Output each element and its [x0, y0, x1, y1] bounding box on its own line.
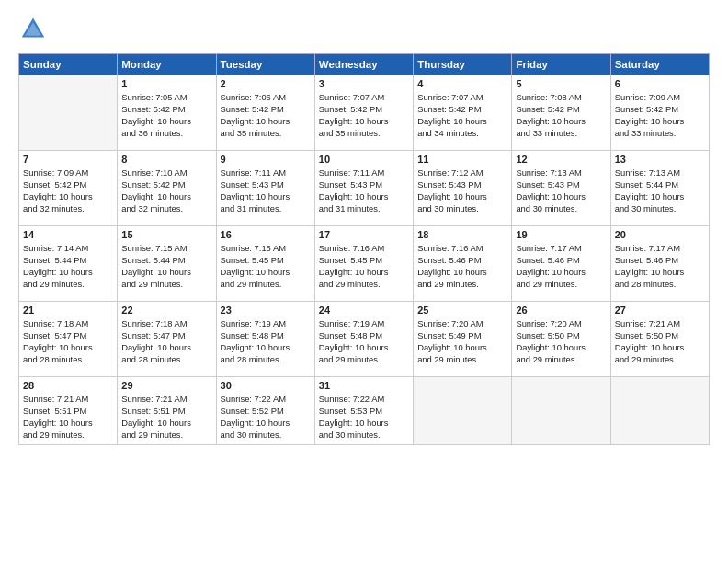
day-number: 8 — [121, 154, 211, 165]
calendar-cell: 9Sunrise: 7:11 AMSunset: 5:43 PMDaylight… — [216, 151, 314, 226]
day-header-tuesday: Tuesday — [216, 54, 314, 75]
calendar-cell — [610, 377, 709, 445]
week-row-5: 28Sunrise: 7:21 AMSunset: 5:51 PMDayligh… — [19, 377, 710, 445]
day-number: 30 — [221, 380, 311, 391]
calendar-cell: 1Sunrise: 7:05 AMSunset: 5:42 PMDaylight… — [118, 75, 216, 151]
header-row: SundayMondayTuesdayWednesdayThursdayFrid… — [19, 54, 710, 75]
day-number: 27 — [615, 304, 705, 316]
cell-info: Sunrise: 7:15 AMSunset: 5:44 PMDaylight:… — [121, 242, 211, 291]
calendar-cell: 19Sunrise: 7:17 AMSunset: 5:46 PMDayligh… — [512, 226, 610, 302]
day-number: 1 — [121, 78, 211, 89]
day-header-sunday: Sunday — [19, 54, 118, 75]
day-number: 15 — [121, 229, 211, 240]
day-number: 17 — [319, 229, 409, 240]
calendar-cell: 2Sunrise: 7:06 AMSunset: 5:42 PMDaylight… — [216, 75, 314, 151]
day-number: 25 — [417, 304, 507, 316]
cell-info: Sunrise: 7:21 AMSunset: 5:50 PMDaylight:… — [615, 317, 705, 366]
day-number: 22 — [121, 304, 211, 316]
calendar-cell: 20Sunrise: 7:17 AMSunset: 5:46 PMDayligh… — [610, 226, 709, 302]
day-number: 21 — [23, 304, 113, 316]
day-number: 31 — [319, 380, 409, 391]
day-number: 26 — [516, 304, 606, 316]
week-row-4: 21Sunrise: 7:18 AMSunset: 5:47 PMDayligh… — [19, 302, 710, 377]
cell-info: Sunrise: 7:08 AMSunset: 5:42 PMDaylight:… — [516, 91, 606, 140]
calendar-cell: 30Sunrise: 7:22 AMSunset: 5:52 PMDayligh… — [216, 377, 314, 445]
calendar-cell: 26Sunrise: 7:20 AMSunset: 5:50 PMDayligh… — [512, 302, 610, 377]
calendar-cell: 8Sunrise: 7:10 AMSunset: 5:42 PMDaylight… — [118, 151, 216, 226]
day-number: 12 — [516, 154, 606, 165]
cell-info: Sunrise: 7:19 AMSunset: 5:48 PMDaylight:… — [221, 317, 311, 366]
cell-info: Sunrise: 7:14 AMSunset: 5:44 PMDaylight:… — [23, 242, 113, 291]
day-number: 5 — [516, 78, 606, 89]
cell-info: Sunrise: 7:16 AMSunset: 5:46 PMDaylight:… — [417, 242, 507, 291]
week-row-1: 1Sunrise: 7:05 AMSunset: 5:42 PMDaylight… — [19, 75, 710, 151]
calendar-cell: 10Sunrise: 7:11 AMSunset: 5:43 PMDayligh… — [314, 151, 413, 226]
cell-info: Sunrise: 7:13 AMSunset: 5:43 PMDaylight:… — [516, 167, 606, 215]
cell-info: Sunrise: 7:12 AMSunset: 5:43 PMDaylight:… — [417, 167, 507, 215]
cell-info: Sunrise: 7:22 AMSunset: 5:52 PMDaylight:… — [221, 393, 311, 442]
logo — [18, 15, 50, 44]
calendar-cell: 18Sunrise: 7:16 AMSunset: 5:46 PMDayligh… — [414, 226, 512, 302]
day-number: 18 — [417, 229, 507, 240]
day-number: 9 — [221, 154, 311, 165]
calendar-cell: 21Sunrise: 7:18 AMSunset: 5:47 PMDayligh… — [19, 302, 118, 377]
day-number: 23 — [221, 304, 311, 316]
cell-info: Sunrise: 7:13 AMSunset: 5:44 PMDaylight:… — [615, 167, 705, 215]
day-number: 4 — [417, 78, 507, 89]
calendar-cell: 4Sunrise: 7:07 AMSunset: 5:42 PMDaylight… — [414, 75, 512, 151]
cell-info: Sunrise: 7:17 AMSunset: 5:46 PMDaylight:… — [615, 242, 705, 291]
calendar-table: SundayMondayTuesdayWednesdayThursdayFrid… — [18, 53, 710, 445]
cell-info: Sunrise: 7:18 AMSunset: 5:47 PMDaylight:… — [23, 317, 113, 366]
calendar-cell: 23Sunrise: 7:19 AMSunset: 5:48 PMDayligh… — [216, 302, 314, 377]
day-header-saturday: Saturday — [610, 54, 709, 75]
cell-info: Sunrise: 7:05 AMSunset: 5:42 PMDaylight:… — [121, 91, 211, 140]
calendar-cell: 11Sunrise: 7:12 AMSunset: 5:43 PMDayligh… — [414, 151, 512, 226]
week-row-3: 14Sunrise: 7:14 AMSunset: 5:44 PMDayligh… — [19, 226, 710, 302]
calendar-cell: 31Sunrise: 7:22 AMSunset: 5:53 PMDayligh… — [314, 377, 413, 445]
calendar-cell — [512, 377, 610, 445]
day-number: 6 — [615, 78, 705, 89]
calendar-cell: 17Sunrise: 7:16 AMSunset: 5:45 PMDayligh… — [314, 226, 413, 302]
day-number: 28 — [23, 380, 113, 391]
week-row-2: 7Sunrise: 7:09 AMSunset: 5:42 PMDaylight… — [19, 151, 710, 226]
calendar-cell: 12Sunrise: 7:13 AMSunset: 5:43 PMDayligh… — [512, 151, 610, 226]
cell-info: Sunrise: 7:17 AMSunset: 5:46 PMDaylight:… — [516, 242, 606, 291]
cell-info: Sunrise: 7:16 AMSunset: 5:45 PMDaylight:… — [319, 242, 409, 291]
header — [18, 15, 710, 44]
day-number: 2 — [221, 78, 311, 89]
calendar-cell: 25Sunrise: 7:20 AMSunset: 5:49 PMDayligh… — [414, 302, 512, 377]
cell-info: Sunrise: 7:18 AMSunset: 5:47 PMDaylight:… — [121, 317, 211, 366]
calendar-cell: 13Sunrise: 7:13 AMSunset: 5:44 PMDayligh… — [610, 151, 709, 226]
cell-info: Sunrise: 7:07 AMSunset: 5:42 PMDaylight:… — [319, 91, 409, 140]
day-header-thursday: Thursday — [414, 54, 512, 75]
cell-info: Sunrise: 7:10 AMSunset: 5:42 PMDaylight:… — [121, 167, 211, 215]
cell-info: Sunrise: 7:09 AMSunset: 5:42 PMDaylight:… — [23, 167, 113, 215]
day-number: 7 — [23, 154, 113, 165]
calendar-cell: 27Sunrise: 7:21 AMSunset: 5:50 PMDayligh… — [610, 302, 709, 377]
day-number: 10 — [319, 154, 409, 165]
day-header-monday: Monday — [118, 54, 216, 75]
calendar-cell: 5Sunrise: 7:08 AMSunset: 5:42 PMDaylight… — [512, 75, 610, 151]
day-header-friday: Friday — [512, 54, 610, 75]
cell-info: Sunrise: 7:21 AMSunset: 5:51 PMDaylight:… — [121, 393, 211, 442]
cell-info: Sunrise: 7:20 AMSunset: 5:49 PMDaylight:… — [417, 317, 507, 366]
day-number: 20 — [615, 229, 705, 240]
cell-info: Sunrise: 7:07 AMSunset: 5:42 PMDaylight:… — [417, 91, 507, 140]
logo-icon — [20, 15, 46, 40]
cell-info: Sunrise: 7:22 AMSunset: 5:53 PMDaylight:… — [319, 393, 409, 442]
day-number: 16 — [221, 229, 311, 240]
cell-info: Sunrise: 7:15 AMSunset: 5:45 PMDaylight:… — [221, 242, 311, 291]
calendar-cell: 24Sunrise: 7:19 AMSunset: 5:48 PMDayligh… — [314, 302, 413, 377]
page: SundayMondayTuesdayWednesdayThursdayFrid… — [0, 0, 728, 563]
day-number: 3 — [319, 78, 409, 89]
day-header-wednesday: Wednesday — [314, 54, 413, 75]
cell-info: Sunrise: 7:19 AMSunset: 5:48 PMDaylight:… — [319, 317, 409, 366]
day-number: 11 — [417, 154, 507, 165]
day-number: 14 — [23, 229, 113, 240]
cell-info: Sunrise: 7:21 AMSunset: 5:51 PMDaylight:… — [23, 393, 113, 442]
calendar-cell: 14Sunrise: 7:14 AMSunset: 5:44 PMDayligh… — [19, 226, 118, 302]
day-number: 13 — [615, 154, 705, 165]
calendar-cell: 3Sunrise: 7:07 AMSunset: 5:42 PMDaylight… — [314, 75, 413, 151]
cell-info: Sunrise: 7:09 AMSunset: 5:42 PMDaylight:… — [615, 91, 705, 140]
calendar-cell — [19, 75, 118, 151]
